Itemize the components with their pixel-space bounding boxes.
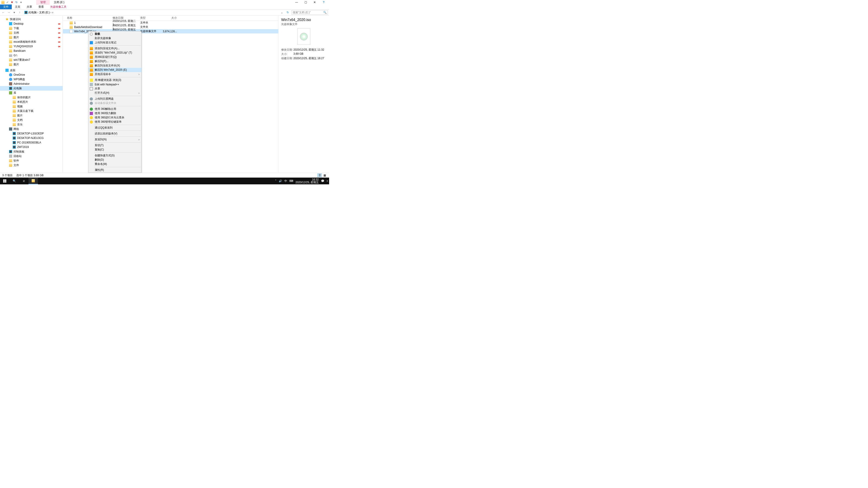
ctx-add-zip[interactable]: 添加到 "Win7x64_2020.zip" (T) (88, 51, 141, 55)
sidebar-item[interactable]: ZMT2019 (0, 145, 63, 149)
qat-save-icon[interactable]: ✓ (6, 1, 9, 4)
sidebar-item[interactable]: 本机照片 (0, 100, 63, 104)
view-icons-button[interactable]: ▦ (322, 173, 327, 177)
sidebar-item[interactable]: Desktop📌 (0, 22, 63, 26)
ctx-share[interactable]: 共享 (88, 87, 141, 91)
sidebar-item[interactable]: Bandicam (0, 48, 63, 53)
sidebar-item[interactable]: 文档 (0, 118, 63, 122)
view-details-button[interactable]: ☰ (317, 173, 322, 177)
sidebar-desktop-group[interactable]: 桌面 (0, 68, 63, 72)
tray-notifications-icon[interactable]: 💬 (321, 180, 324, 183)
qat-redo-icon[interactable]: ↻ (15, 1, 18, 4)
ctx-send-to[interactable]: 发送到(N)› (88, 137, 141, 142)
tray-keyboard-icon[interactable]: ⌨ (289, 180, 293, 183)
ctx-restore-versions[interactable]: 还原以前的版本(V) (88, 131, 141, 136)
column-type[interactable]: 类型 (140, 16, 163, 20)
sidebar-item[interactable]: 文件 (0, 163, 63, 167)
ctx-cut[interactable]: 剪切(T) (88, 143, 141, 148)
sidebar-quick-access[interactable]: 快速访问 (0, 17, 63, 22)
sidebar-item[interactable]: 天翼云盘下载 (0, 109, 63, 113)
help-button[interactable]: ? (319, 0, 328, 4)
start-button[interactable] (0, 177, 9, 184)
sidebar-item[interactable]: 图片 (0, 62, 63, 67)
sidebar-item-libraries[interactable]: 库 (0, 91, 63, 95)
ribbon-tab-home[interactable]: 主页 (12, 4, 24, 9)
qat-delete-icon[interactable]: ✖ (10, 1, 13, 4)
ribbon-tab-iso-tools[interactable]: 光盘映像工具 (47, 4, 70, 9)
sidebar-item[interactable]: YUNQISHI2019📌 (0, 44, 63, 48)
ctx-360-unlock[interactable]: 使用 360解除占用 (88, 107, 141, 111)
sidebar-item-this-pc[interactable]: 此电脑 (0, 86, 63, 91)
ctx-burn[interactable]: 刻录光盘映像 (88, 36, 141, 40)
sidebar-item[interactable]: OneDrive (0, 72, 63, 77)
taskbar-explorer[interactable] (29, 177, 38, 184)
forward-button[interactable]: → (7, 11, 11, 14)
ctx-baidu-upload[interactable]: 上传到百度网盘 (88, 97, 141, 101)
sidebar-item[interactable]: 回收站 (0, 154, 63, 158)
search-icon[interactable]: 🔍 (323, 11, 327, 14)
ctx-youdao-upload[interactable]: 上传到有道云笔记 (88, 40, 141, 45)
history-dropdown[interactable]: ▾ (12, 11, 16, 14)
sidebar-item[interactable]: DESKTOP-LSSOEDP (0, 131, 63, 136)
minimize-button[interactable]: — (292, 0, 301, 4)
sidebar-item[interactable]: 图片📌 (0, 35, 63, 39)
ctx-notepadpp[interactable]: Edit with Notepad++ (88, 82, 141, 87)
sidebar-item[interactable]: 保存的图片 (0, 95, 63, 100)
sidebar-item[interactable]: 视频 (0, 104, 63, 109)
tray-volume-icon[interactable]: 🔊 (279, 180, 282, 183)
ribbon-tab-view[interactable]: 查看 (35, 4, 47, 9)
task-view-button[interactable]: ⎚ (19, 177, 29, 184)
breadcrumb[interactable]: 此电脑 (29, 11, 38, 14)
sidebar-item[interactable]: Administrator (0, 82, 63, 86)
sidebar-item[interactable]: 文档📌 (0, 31, 63, 35)
ctx-open-with[interactable]: 打开方式(H)› (88, 91, 141, 95)
tray-chevron-icon[interactable]: ˄ (275, 180, 276, 183)
tray-ime-icon[interactable]: 中 (284, 179, 287, 183)
sidebar-item[interactable]: excel表格制作求和📌 (0, 39, 63, 44)
sidebar-item[interactable]: win7重装win7 (0, 58, 63, 62)
ctx-mount[interactable]: 装载 (88, 32, 141, 36)
sidebar-item[interactable]: DESKTOP-NJEU3CG (0, 136, 63, 140)
sidebar-item[interactable]: 图片 (0, 113, 63, 118)
ctx-360-manage[interactable]: 使用 360管理右键菜单 (88, 120, 141, 124)
ctx-properties[interactable]: 属性(R) (88, 168, 141, 172)
qat-dropdown-icon[interactable]: ▾ (20, 1, 23, 4)
ctx-rename[interactable]: 重命名(M) (88, 162, 141, 166)
sidebar-item[interactable]: 软件 (0, 158, 63, 163)
ribbon-tab-share[interactable]: 共享 (24, 4, 35, 9)
address-dropdown-icon[interactable]: ⌄ (280, 11, 284, 14)
taskbar-clock[interactable]: 16:32 2020/12/25, 星期五 (296, 178, 319, 184)
sidebar-item[interactable]: PC-20190530OBLA (0, 140, 63, 145)
sidebar-item[interactable]: G:\ (0, 53, 63, 58)
search-input[interactable]: 搜索"文档 (E:)" 🔍 (291, 10, 328, 15)
ctx-open-360zip[interactable]: 用360压缩打开(Q) (88, 55, 141, 59)
ctx-bee-browser[interactable]: 用 蜂蜜浏览器 浏览(3) (88, 78, 141, 82)
back-button[interactable]: ← (1, 11, 5, 14)
ctx-extract-to[interactable]: 解压到(F)... (88, 59, 141, 64)
ctx-qq-send[interactable]: 通过QQ发送到 (88, 126, 141, 130)
sidebar-item[interactable]: 控制面板 (0, 149, 63, 154)
column-size[interactable]: 大小 (163, 16, 179, 20)
sidebar-item[interactable]: WPS网盘 (0, 77, 63, 82)
ctx-delete[interactable]: 删除(D) (88, 158, 141, 162)
table-row[interactable]: 1 2020/12/15, 星期二 1... 文件夹 (63, 21, 278, 25)
ctx-360-scan[interactable]: 使用 360进行木马云查杀 (88, 116, 141, 120)
breadcrumb[interactable]: 文档 (E:) (39, 11, 51, 14)
ctx-create-shortcut[interactable]: 创建快捷方式(S) (88, 153, 141, 158)
address-bar[interactable]: 此电脑 文档 (E:) › (23, 11, 278, 14)
ctx-extract-here[interactable]: 解压到当前文件夹(X) (88, 64, 141, 68)
ctx-copy[interactable]: 复制(C) (88, 148, 141, 152)
sidebar-item-network[interactable]: 网络 (0, 127, 63, 131)
maximize-button[interactable]: ▢ (301, 0, 310, 4)
ctx-add-archive[interactable]: 添加到压缩文件(A)... (88, 46, 141, 51)
search-button[interactable]: 🔍 (9, 177, 19, 184)
table-row[interactable]: BaiduNetdiskDownload 2020/12/25, 星期五 1..… (63, 25, 278, 29)
sidebar-item[interactable]: 下载📌 (0, 26, 63, 31)
ctx-other-archive[interactable]: 其他压缩命令› (88, 72, 141, 76)
ribbon-tab-file[interactable]: 文件 (0, 4, 12, 9)
column-name[interactable]: 名称 (63, 16, 113, 20)
ctx-extract-named[interactable]: 解压到 Win7x64_2020\ (E) (88, 68, 141, 72)
up-button[interactable]: ↑ (18, 11, 22, 14)
sidebar-item[interactable]: 音乐 (0, 122, 63, 127)
ctx-360-force-delete[interactable]: 使用 360强力删除 (88, 111, 141, 116)
